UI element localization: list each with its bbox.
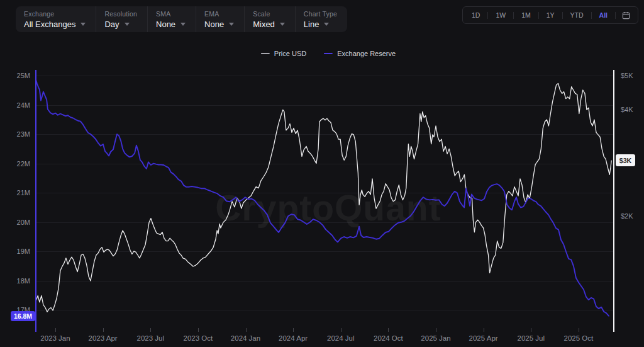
y-axis-label-right: $2K: [621, 212, 633, 220]
y-axis-label-left: 18M: [9, 277, 30, 285]
x-axis-label: 2025 Jul: [518, 334, 545, 342]
price-usd-line: [36, 84, 611, 312]
y-axis-label-right: $4K: [621, 106, 633, 113]
chart-area: CryptoQuant 25M24M23M22M21M20M19M18M17M$…: [0, 0, 644, 347]
x-axis-tick: [531, 328, 531, 332]
x-axis-tick: [293, 328, 294, 332]
x-axis-tick: [341, 328, 341, 332]
x-axis-label: 2024 Jul: [327, 334, 354, 342]
x-axis-tick: [579, 328, 579, 332]
y-axis-label-left: 22M: [9, 160, 30, 168]
x-axis-tick: [246, 328, 247, 332]
y-axis-label-left: 24M: [9, 101, 30, 109]
x-axis-tick: [150, 328, 151, 332]
y-axis-label-left: 21M: [9, 189, 30, 196]
x-axis-label: 2023 Jan: [40, 334, 70, 342]
exchange-reserve-line: [36, 80, 609, 316]
price-last-value-badge: $3K: [616, 154, 635, 166]
x-axis-label: 2024 Jan: [231, 334, 260, 342]
x-axis-tick: [388, 328, 389, 332]
x-axis-label: 2023 Apr: [89, 334, 118, 342]
x-axis-tick: [103, 328, 104, 332]
x-axis-label: 2025 Oct: [564, 334, 594, 342]
y-axis-label-left: 20M: [9, 219, 30, 226]
x-axis-label: 2024 Apr: [279, 334, 308, 342]
x-axis-tick: [436, 328, 436, 332]
y-axis-label-left: 23M: [9, 130, 30, 138]
x-axis-label: 2023 Jul: [137, 334, 164, 342]
y-axis-label-left: 25M: [9, 72, 30, 79]
series-lines: [0, 0, 644, 347]
x-axis-tick: [55, 328, 56, 332]
price-axis-line: [613, 70, 614, 332]
x-axis-label: 2024 Oct: [374, 334, 403, 342]
x-axis-tick: [484, 328, 484, 332]
x-axis-label: 2025 Jan: [421, 334, 450, 342]
cryptoquant-chart-page: ExchangeAll ExchangesResolutionDaySMANon…: [0, 0, 644, 347]
reserve-last-value-badge: 16.8M: [11, 311, 35, 321]
reserve-axis-line: [35, 70, 36, 332]
x-axis-label: 2023 Oct: [184, 334, 213, 342]
y-axis-label-right: $5K: [621, 72, 633, 79]
x-axis-tick: [198, 328, 199, 332]
x-axis-label: 2025 Apr: [469, 334, 498, 342]
y-axis-label-left: 19M: [9, 247, 30, 255]
